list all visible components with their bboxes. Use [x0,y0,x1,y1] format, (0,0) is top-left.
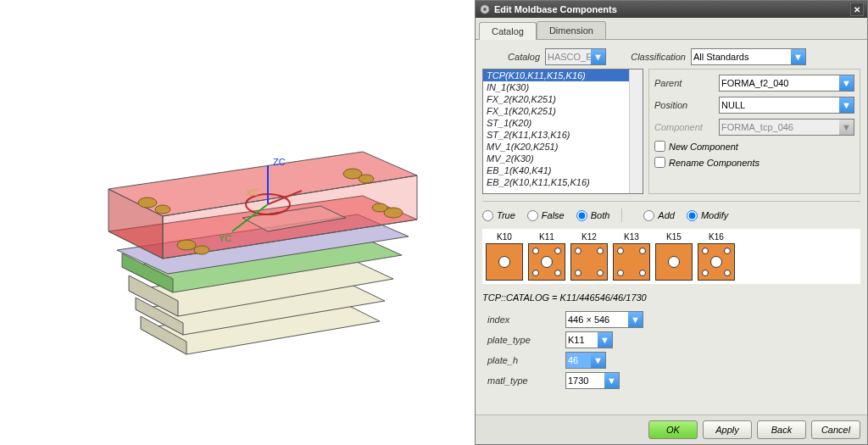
chevron-down-icon: ▼ [598,332,612,348]
param-matl-type-label: matl_type [482,375,560,386]
position-select[interactable]: NULL▼ [719,97,854,114]
radio-true[interactable]: True [482,210,515,221]
thumb-k16[interactable]: K16 [698,232,735,281]
plate-thumbnails: K10 K11 K12 K13 K15 K16 [482,229,860,284]
param-index-label: index [482,314,560,325]
list-item[interactable]: MV_2(K30) [483,153,643,164]
param-index-select[interactable]: 446 × 546▼ [565,311,643,328]
ok-button[interactable]: OK [648,420,698,439]
catalog-select[interactable]: HASCO_E▼ [545,48,606,65]
back-button[interactable]: Back [757,420,806,439]
chevron-down-icon: ▼ [839,75,854,91]
svg-point-21 [372,203,387,212]
tab-catalog[interactable]: Catalog [479,22,537,40]
thumb-k10[interactable]: K10 [486,232,523,281]
parameter-list: index 446 × 546▼ plate_type K11▼ plate_h… [482,311,860,389]
list-item[interactable]: EB_1(K40,K41) [483,164,643,176]
svg-point-17 [359,175,374,183]
scrollbar[interactable] [629,70,643,193]
properties-group: Parent FORMA_f2_040▼ Position NULL▼ Comp… [648,69,860,194]
axis-z-label: ZC [273,157,286,167]
position-label: Position [654,100,714,110]
param-plate-h-select[interactable]: 46▼ [565,352,606,369]
edit-moldbase-dialog: Edit Moldbase Components ✕ Catalog Dimen… [475,0,868,445]
chevron-down-icon: ▼ [591,49,605,64]
chevron-down-icon: ▼ [628,312,643,327]
list-item[interactable]: FX_1(K20,K251) [483,105,643,117]
chevron-down-icon: ▼ [604,373,619,388]
chevron-down-icon: ▼ [591,353,605,368]
rename-components-checkbox[interactable]: Rename Components [654,157,854,168]
radio-modify[interactable]: Modify [687,210,728,221]
radio-bar: True False Both Add Modify [482,201,860,222]
moldbase-isometric: ZC XC YC [51,70,424,375]
tab-bar: Catalog Dimension [476,18,867,40]
thumb-k11[interactable]: K11 [528,232,565,281]
component-select: FORMA_tcp_046▼ [719,119,854,136]
svg-point-18 [177,240,196,250]
list-item[interactable]: EB_2(K10,K11,K15,K16) [483,176,643,188]
new-component-checkbox[interactable]: New Component [654,141,854,152]
radio-both[interactable]: Both [576,210,610,221]
param-plate-type-label: plate_type [482,335,560,345]
svg-point-19 [194,246,209,254]
apply-button[interactable]: Apply [703,420,752,439]
list-item[interactable]: MV_1(K20,K251) [483,141,643,153]
list-item[interactable]: FX_2(K20,K251) [483,93,643,105]
tab-dimension[interactable]: Dimension [537,21,606,39]
list-item[interactable]: ST_2(K11,K13,K16) [483,129,643,141]
component-listbox[interactable]: TCP(K10,K11,K15,K16) IN_1(K30) FX_2(K20,… [482,69,643,194]
catalog-label: Catalog [482,52,540,62]
chevron-down-icon: ▼ [791,49,805,64]
dialog-footer: OK Apply Back Cancel [476,414,867,444]
list-item[interactable]: TCP(K10,K11,K15,K16) [483,70,643,81]
gear-icon [479,3,491,15]
chevron-down-icon: ▼ [839,97,854,113]
classification-label: Classification [611,52,686,62]
dialog-titlebar[interactable]: Edit Moldbase Components ✕ [476,1,867,18]
svg-point-14 [138,197,157,208]
thumb-k15[interactable]: K15 [655,232,693,281]
axis-x-label: XC [246,187,259,197]
cancel-button[interactable]: Cancel [811,420,860,439]
close-icon[interactable]: ✕ [850,3,864,16]
catalog-string: TCP::CATALOG = K11/446546/46/1730 [482,292,860,303]
parent-select[interactable]: FORMA_f2_040▼ [719,75,854,92]
radio-false[interactable]: False [527,210,565,221]
list-item[interactable]: IN_1(K30) [483,81,643,93]
cad-viewport[interactable]: ZC XC YC [0,0,475,445]
param-plate-type-select[interactable]: K11▼ [565,331,613,348]
axis-y-label: YC [219,233,231,243]
parent-label: Parent [654,78,714,88]
chevron-down-icon: ▼ [839,120,854,135]
svg-point-15 [155,205,170,214]
thumb-k13[interactable]: K13 [613,232,650,281]
thumb-k12[interactable]: K12 [570,232,608,281]
param-matl-type-select[interactable]: 1730▼ [565,372,620,389]
list-item[interactable]: ST_1(K20) [483,117,643,129]
classification-select[interactable]: All Standards▼ [691,48,806,65]
dialog-title: Edit Moldbase Components [494,4,617,14]
param-plate-h-label: plate_h [482,355,560,365]
radio-add[interactable]: Add [643,210,675,221]
svg-point-27 [483,8,487,11]
component-label: Component [654,122,714,132]
